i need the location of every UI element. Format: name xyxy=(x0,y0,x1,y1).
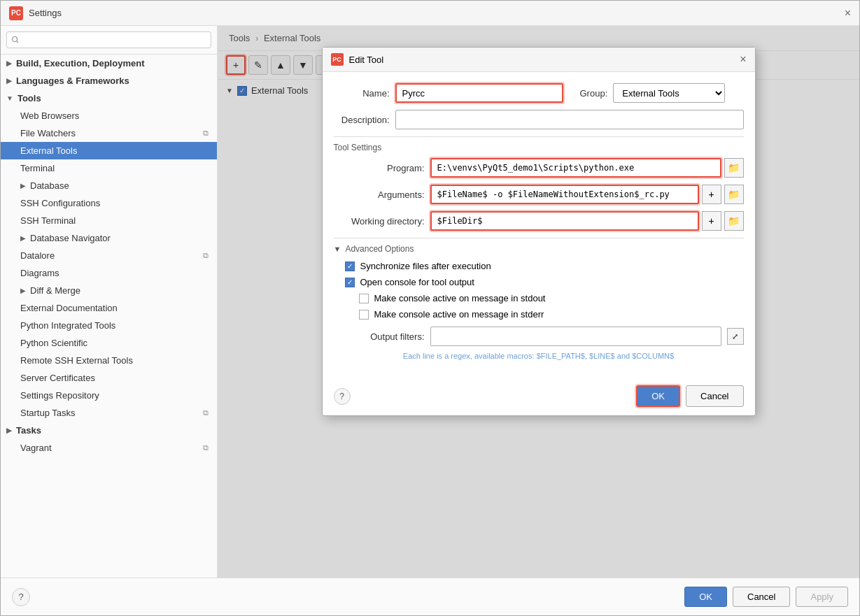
output-filters-row: Output filters: ⤢ xyxy=(334,327,744,346)
dialog-ok-button[interactable]: OK xyxy=(636,385,680,407)
tool-settings-label: Tool Settings xyxy=(334,143,744,152)
macro-column: $COLUMN$ xyxy=(632,352,674,360)
sidebar-item-settings-repo[interactable]: Settings Repository xyxy=(1,387,217,404)
sidebar-item-external-tools[interactable]: External Tools xyxy=(1,142,217,159)
apply-button[interactable]: Apply xyxy=(796,587,848,607)
output-filters-label: Output filters: xyxy=(334,331,425,342)
copy-icon-startup-tasks: ⧉ xyxy=(203,408,209,417)
sidebar-item-ssh-configs[interactable]: SSH Configurations xyxy=(1,194,217,212)
name-input[interactable] xyxy=(395,83,563,103)
sidebar-item-ext-docs[interactable]: External Documentation xyxy=(1,299,217,317)
content-area: ▶ Build, Execution, Deployment ▶ Languag… xyxy=(1,26,859,578)
sidebar-item-diagrams[interactable]: Diagrams xyxy=(1,264,217,282)
open-console-checkbox[interactable]: ✓ xyxy=(345,278,355,287)
active-stdout-row: Make console active on message in stdout xyxy=(334,293,744,303)
group-select[interactable]: External Tools xyxy=(613,83,725,103)
working-dir-input[interactable] xyxy=(430,211,699,231)
name-group-row: Name: Group: External Tools xyxy=(334,83,744,103)
working-dir-add-macro-button[interactable]: + xyxy=(702,211,721,231)
bottom-bar: ? OK Cancel Apply xyxy=(1,578,859,615)
output-filters-expand-button[interactable]: ⤢ xyxy=(727,328,744,345)
app-icon: PC xyxy=(9,6,23,20)
name-label: Name: xyxy=(334,88,390,99)
program-browse-button[interactable]: 📁 xyxy=(724,158,744,178)
dialog-title: Edit Tool xyxy=(349,55,384,65)
sync-files-checkbox[interactable]: ✓ xyxy=(345,262,355,271)
macro-hint: Each line is a regex, available macros: … xyxy=(334,352,744,360)
sidebar-item-startup-tasks[interactable]: Startup Tasks ⧉ xyxy=(1,404,217,422)
sidebar-item-web-browsers[interactable]: Web Browsers xyxy=(1,107,217,124)
description-row: Description: xyxy=(334,110,744,129)
search-input[interactable] xyxy=(6,31,211,48)
macro-file-path: $FILE_PATH$ xyxy=(537,352,585,360)
sidebar-item-remote-ssh[interactable]: Remote SSH External Tools xyxy=(1,352,217,369)
working-dir-label: Working directory: xyxy=(334,216,425,227)
cancel-button[interactable]: Cancel xyxy=(733,587,790,607)
help-button[interactable]: ? xyxy=(12,588,30,606)
program-label: Program: xyxy=(334,163,425,173)
program-row: Program: 📁 xyxy=(334,158,744,178)
dialog-close-button[interactable]: × xyxy=(740,53,746,66)
dialog-icon: PC xyxy=(331,53,344,66)
main-panel: Tools › External Tools + ✎ ▲ ▼ ⧉ ▼ ✓ Ext… xyxy=(218,26,859,578)
settings-window: PC Settings × ▶ Build, Execution, Deploy… xyxy=(0,0,860,616)
program-input[interactable] xyxy=(430,158,721,178)
working-dir-browse-button[interactable]: 📁 xyxy=(724,211,744,231)
search-box xyxy=(1,26,217,55)
title-bar: PC Settings × xyxy=(1,1,859,26)
sidebar-item-tasks[interactable]: ▶ Tasks xyxy=(1,422,217,439)
sidebar-item-db-navigator[interactable]: ▶ Database Navigator xyxy=(1,229,217,247)
sidebar-item-vagrant[interactable]: Vagrant ⧉ xyxy=(1,439,217,457)
arguments-label: Arguments: xyxy=(334,189,425,200)
sidebar-item-build-exec[interactable]: ▶ Build, Execution, Deployment xyxy=(1,55,217,72)
copy-icon-datalore: ⧉ xyxy=(203,251,209,260)
sidebar-item-py-scientific[interactable]: Python Scientific xyxy=(1,334,217,352)
sidebar: ▶ Build, Execution, Deployment ▶ Languag… xyxy=(1,26,218,578)
bottom-buttons: OK Cancel Apply xyxy=(684,587,848,607)
modal-overlay: PC Edit Tool × Name: Group: xyxy=(218,26,859,578)
window-title: Settings xyxy=(29,8,62,18)
working-dir-row: Working directory: + 📁 xyxy=(334,211,744,231)
open-console-row: ✓ Open console for tool output xyxy=(334,277,744,287)
dialog-body: Name: Group: External Tools Description: xyxy=(323,72,755,380)
description-input[interactable] xyxy=(395,110,744,129)
sidebar-item-diff-merge[interactable]: ▶ Diff & Merge xyxy=(1,282,217,299)
macro-line: $LINE$ xyxy=(589,352,615,360)
dialog-buttons: ? OK Cancel xyxy=(323,380,755,415)
sidebar-item-ssh-terminal[interactable]: SSH Terminal xyxy=(1,212,217,229)
dialog-titlebar: PC Edit Tool × xyxy=(323,48,755,72)
sidebar-item-lang-fw[interactable]: ▶ Languages & Frameworks xyxy=(1,72,217,89)
copy-icon-file-watchers: ⧉ xyxy=(203,129,209,138)
description-label: Description: xyxy=(334,115,390,125)
advanced-title: ▼ Advanced Options xyxy=(334,244,744,254)
sidebar-item-terminal[interactable]: Terminal xyxy=(1,159,217,177)
dialog-cancel-button[interactable]: Cancel xyxy=(686,385,743,407)
sidebar-item-database[interactable]: ▶ Database xyxy=(1,177,217,194)
sidebar-item-datalore[interactable]: Datalore ⧉ xyxy=(1,247,217,264)
window-close-button[interactable]: × xyxy=(845,7,851,20)
ok-button[interactable]: OK xyxy=(684,587,727,607)
arguments-browse-button[interactable]: 📁 xyxy=(724,185,744,204)
arguments-input[interactable] xyxy=(430,185,699,204)
sidebar-item-file-watchers[interactable]: File Watchers ⧉ xyxy=(1,124,217,142)
group-label: Group: xyxy=(580,88,608,99)
advanced-section: ▼ Advanced Options ✓ Synchronize files a… xyxy=(334,238,744,320)
sidebar-item-server-certs[interactable]: Server Certificates xyxy=(1,369,217,387)
sync-files-row: ✓ Synchronize files after execution xyxy=(334,261,744,271)
arguments-add-macro-button[interactable]: + xyxy=(702,185,721,204)
dialog-help-button[interactable]: ? xyxy=(334,388,351,405)
active-stderr-row: Make console active on message in stderr xyxy=(334,309,744,320)
output-filters-input[interactable] xyxy=(430,327,721,346)
copy-icon-vagrant: ⧉ xyxy=(203,443,209,452)
sidebar-item-tools[interactable]: ▼ Tools xyxy=(1,89,217,107)
edit-tool-dialog: PC Edit Tool × Name: Group: xyxy=(322,47,756,416)
arguments-row: Arguments: + 📁 xyxy=(334,185,744,204)
active-stdout-checkbox[interactable] xyxy=(359,294,369,303)
dialog-btn-group: OK Cancel xyxy=(636,385,743,407)
sidebar-item-py-integrated[interactable]: Python Integrated Tools xyxy=(1,317,217,334)
active-stderr-checkbox[interactable] xyxy=(359,310,369,320)
